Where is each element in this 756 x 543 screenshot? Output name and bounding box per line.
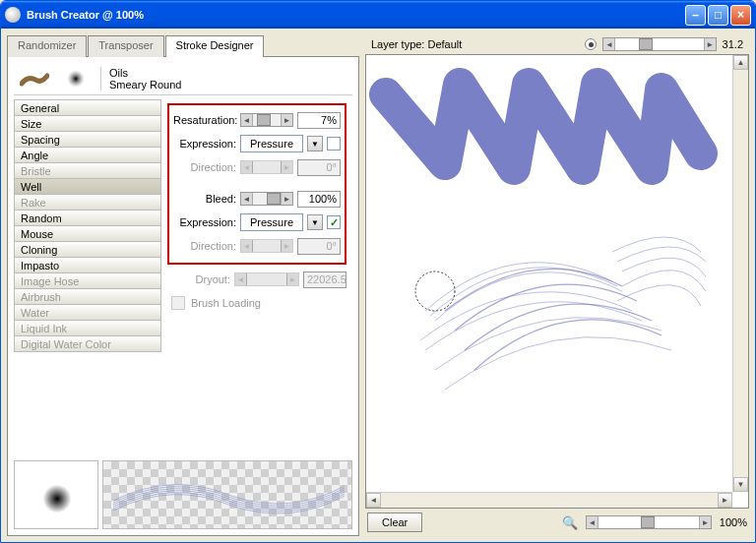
tab-transposer[interactable]: Transposer — [88, 35, 163, 57]
resaturation-label: Resaturation: — [173, 114, 240, 126]
app-window: Brush Creator @ 100% – □ × Randomizer Tr… — [0, 0, 756, 543]
horizontal-scrollbar[interactable]: ◄ ► — [366, 492, 732, 508]
expression1-check[interactable] — [327, 137, 341, 151]
cat-size[interactable]: Size — [14, 115, 161, 132]
clear-button[interactable]: Clear — [367, 513, 422, 532]
brush-category-icon[interactable] — [18, 68, 51, 90]
cat-airbrush: Airbrush — [14, 288, 161, 305]
direction1-slider: ◄► — [240, 160, 293, 174]
cat-well[interactable]: Well — [14, 178, 161, 195]
stroke-preview — [102, 460, 352, 529]
expression2-label: Expression: — [173, 216, 240, 228]
stroke-designer-body: Oils Smeary Round General Size Spacing A… — [7, 56, 359, 536]
right-panel: Layer type: Default ◄► 31.2 — [365, 34, 749, 536]
vertical-scrollbar[interactable]: ▲ ▼ — [732, 55, 748, 492]
expression1-dropdown[interactable]: Pressure — [240, 135, 303, 152]
zoom-icon: 🔍 — [562, 515, 578, 530]
settings-pane: Resaturation: ◄► 7% Expression: — [161, 99, 352, 456]
direction1-label: Direction: — [173, 161, 240, 173]
cat-general[interactable]: General — [14, 99, 161, 116]
direction2-slider: ◄► — [240, 239, 293, 253]
bleed-label: Bleed: — [173, 193, 240, 205]
cat-cloning[interactable]: Cloning — [14, 241, 161, 258]
brush-size-value: 31.2 — [723, 38, 743, 50]
title-bar[interactable]: Brush Creator @ 100% – □ × — [1, 1, 755, 29]
cat-impasto[interactable]: Impasto — [14, 257, 161, 273]
svg-point-2 — [415, 272, 455, 311]
expression2-dropdown-button[interactable]: ▼ — [307, 214, 323, 230]
layer-radio[interactable] — [585, 38, 597, 50]
brush-variant: Smeary Round — [109, 79, 181, 90]
svg-point-1 — [39, 481, 75, 516]
dab-preview — [14, 460, 98, 529]
cat-imagehose: Image Hose — [14, 272, 161, 289]
dryout-slider: ◄► — [234, 272, 299, 286]
expression1-dropdown-button[interactable]: ▼ — [307, 136, 323, 151]
direction2-label: Direction: — [173, 240, 240, 252]
tab-randomizer[interactable]: Randomizer — [7, 35, 87, 57]
tab-strip: Randomizer Transposer Stroke Designer — [7, 35, 359, 57]
tab-stroke-designer[interactable]: Stroke Designer — [165, 35, 265, 57]
cat-spacing[interactable]: Spacing — [14, 131, 161, 148]
cat-water: Water — [14, 304, 161, 321]
minimize-button[interactable]: – — [685, 5, 706, 26]
cat-bristle: Bristle — [14, 162, 161, 179]
layer-type-label: Layer type: Default — [371, 38, 462, 50]
zoom-slider[interactable]: ◄► — [586, 515, 712, 529]
expression1-label: Expression: — [173, 138, 240, 150]
left-panel: Randomizer Transposer Stroke Designer Oi… — [7, 34, 359, 536]
expression2-check[interactable] — [327, 215, 341, 229]
preview-row — [14, 460, 352, 529]
zoom-value: 100% — [720, 516, 747, 528]
brushloading-label: Brush Loading — [191, 297, 261, 309]
app-icon — [5, 7, 21, 23]
canvas-area[interactable]: ▲ ▼ ◄ ► — [365, 54, 749, 509]
category-list: General Size Spacing Angle Bristle Well … — [14, 99, 161, 456]
cat-random[interactable]: Random — [14, 210, 161, 226]
resaturation-slider[interactable]: ◄► — [240, 113, 293, 127]
brush-size-slider[interactable]: ◄► — [602, 37, 716, 51]
resaturation-value[interactable]: 7% — [297, 112, 341, 129]
dryout-value: 22026.5 — [303, 272, 346, 288]
cat-angle[interactable]: Angle — [14, 147, 161, 163]
dryout-label: Dryout: — [167, 273, 234, 285]
cat-rake: Rake — [14, 194, 161, 211]
brushloading-check — [171, 296, 185, 310]
brush-dab-icon[interactable] — [59, 68, 93, 90]
expression2-dropdown[interactable]: Pressure — [240, 213, 303, 231]
brush-category: Oils — [109, 67, 181, 79]
svg-point-0 — [67, 70, 85, 88]
highlighted-region: Resaturation: ◄► 7% Expression: — [167, 103, 346, 265]
bleed-value[interactable]: 100% — [297, 191, 341, 208]
cat-mouse[interactable]: Mouse — [14, 225, 161, 242]
direction2-value: 0° — [297, 238, 341, 255]
window-title: Brush Creator @ 100% — [27, 9, 685, 21]
bleed-slider[interactable]: ◄► — [240, 192, 293, 206]
cat-liquidink: Liquid Ink — [14, 320, 161, 336]
brush-header: Oils Smeary Round — [14, 63, 352, 95]
cat-digitalwc: Digital Water Color — [14, 335, 161, 352]
maximize-button[interactable]: □ — [708, 5, 728, 26]
direction1-value: 0° — [297, 159, 341, 176]
close-button[interactable]: × — [730, 5, 751, 26]
